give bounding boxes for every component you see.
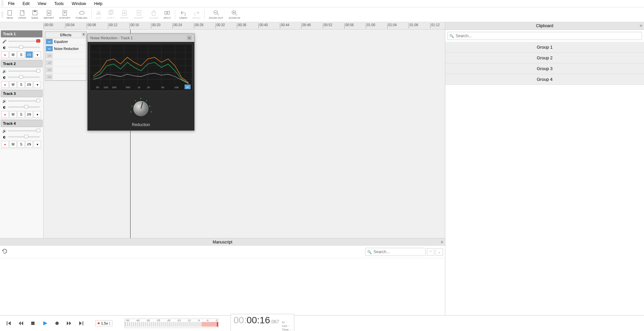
speed-value: 1.5x bbox=[101, 321, 108, 325]
search-prev-icon[interactable]: ⌃ bbox=[427, 248, 434, 256]
effect-row[interactable]: onEqualizer bbox=[45, 38, 86, 45]
effects-close-icon[interactable]: ✕ bbox=[82, 33, 86, 37]
track-header[interactable]: Track 1 bbox=[1, 30, 43, 38]
skip-end-button[interactable] bbox=[77, 319, 86, 328]
effect-toggle[interactable]: off bbox=[46, 74, 53, 79]
clipboard-group[interactable]: Group 2 bbox=[445, 53, 644, 63]
volume-slider[interactable] bbox=[8, 100, 40, 102]
track-menu-button[interactable]: ▾ bbox=[34, 141, 41, 148]
manuscript-search-input[interactable] bbox=[365, 248, 426, 256]
svg-rect-27 bbox=[30, 144, 31, 145]
effect-row[interactable]: off bbox=[45, 59, 86, 66]
toolbar-undo-button[interactable]: UNDO bbox=[177, 8, 190, 21]
clipboard-group[interactable]: Group 4 bbox=[445, 74, 644, 85]
noise-reduction-on-toggle[interactable]: on bbox=[185, 85, 191, 89]
clipboard-group[interactable]: Group 3 bbox=[445, 63, 644, 74]
eq-button[interactable] bbox=[26, 81, 33, 88]
menu-view[interactable]: View bbox=[34, 0, 50, 7]
speed-down-icon[interactable]: ▼ bbox=[109, 323, 111, 325]
track-header[interactable]: Track 3 bbox=[1, 90, 43, 97]
menu-edit[interactable]: Edit bbox=[18, 0, 34, 7]
skip-start-button[interactable] bbox=[4, 319, 13, 328]
record-arm-button[interactable]: ● bbox=[1, 141, 9, 148]
mute-button[interactable]: M bbox=[9, 81, 17, 88]
toolbar-open-button[interactable]: OPEN bbox=[16, 8, 29, 21]
manuscript-panel: Manuscript ✕ 🔍 ⌃ ⌄ bbox=[0, 238, 445, 315]
clipboard-group[interactable]: Group 1 bbox=[445, 42, 644, 53]
track-menu-button[interactable]: ▾ bbox=[34, 111, 41, 118]
solo-button[interactable]: S bbox=[17, 51, 25, 58]
mute-button[interactable]: M bbox=[9, 111, 17, 118]
pan-slider[interactable] bbox=[8, 47, 40, 48]
menu-tools[interactable]: Tools bbox=[50, 0, 68, 7]
volume-slider[interactable] bbox=[8, 130, 40, 131]
pan-slider[interactable] bbox=[8, 136, 40, 137]
effect-row[interactable]: off bbox=[45, 52, 86, 59]
pan-icon: ◐ bbox=[2, 105, 7, 109]
manuscript-close-icon[interactable]: ✕ bbox=[440, 240, 444, 244]
effect-toggle[interactable]: on bbox=[46, 39, 53, 44]
timeline-ruler[interactable]: 00:0000:0400:0800:1200:1600:2000:2400:28… bbox=[44, 22, 445, 30]
menu-help[interactable]: Help bbox=[90, 0, 107, 7]
effects-panel: Effects ✕ onEqualizeronNoise Reductionof… bbox=[45, 32, 87, 81]
track-menu-button[interactable]: ▾ bbox=[34, 51, 41, 58]
effect-toggle[interactable]: on bbox=[46, 46, 53, 51]
eq-button[interactable] bbox=[26, 51, 33, 58]
svg-rect-17 bbox=[29, 54, 30, 54]
toolbar-import-button[interactable]: IMPORT bbox=[41, 8, 57, 21]
volume-slider[interactable] bbox=[8, 41, 40, 42]
record-arm-button[interactable]: ● bbox=[1, 111, 9, 118]
eq-button[interactable] bbox=[26, 141, 33, 148]
refresh-icon[interactable] bbox=[2, 249, 7, 255]
toolbar-zoom-in-button[interactable]: ZOOM IN bbox=[226, 8, 243, 21]
record-button[interactable] bbox=[52, 319, 62, 328]
pan-slider[interactable] bbox=[8, 106, 40, 108]
timeline-mark: 00:56 bbox=[344, 23, 354, 29]
track-header[interactable]: Track 4 bbox=[1, 120, 43, 127]
effect-row[interactable]: onNoise Reduction bbox=[45, 45, 86, 52]
mute-button[interactable]: M bbox=[9, 141, 17, 148]
forward-button[interactable] bbox=[64, 319, 74, 328]
solo-button[interactable]: S bbox=[17, 141, 25, 148]
effect-toggle[interactable]: off bbox=[46, 53, 53, 58]
rewind-button[interactable] bbox=[16, 319, 26, 328]
menu-window[interactable]: Window bbox=[68, 0, 90, 7]
effect-toggle[interactable]: off bbox=[46, 67, 53, 72]
toolbar-split-button[interactable]: SPLIT bbox=[161, 8, 174, 21]
reduction-knob[interactable] bbox=[133, 100, 149, 117]
noise-reduction-title-bar[interactable]: Noise Reduction - Track 1 ✕ bbox=[88, 34, 194, 42]
pan-icon: ◐ bbox=[2, 134, 7, 139]
track-4: Track 4 🔊 ◐ ● M S ▾ bbox=[0, 120, 43, 149]
toolbar-new-button[interactable]: NEW bbox=[4, 8, 16, 21]
clipboard-search-input[interactable] bbox=[447, 32, 642, 40]
pan-slider[interactable] bbox=[8, 76, 40, 78]
track-panel: Track 1 🎤 ◐ ● M S ▾ Track 2 🔊 ◐ ● M S ▾ … bbox=[0, 30, 44, 238]
effect-toggle[interactable]: off bbox=[46, 60, 53, 65]
noise-reduction-close-icon[interactable]: ✕ bbox=[187, 36, 192, 40]
toolbar-zoom-out-button[interactable]: ZOOM OUT bbox=[206, 8, 226, 21]
effect-row[interactable]: off bbox=[45, 66, 86, 73]
toolbar-export-button[interactable]: EXPORT bbox=[57, 8, 73, 21]
effect-row[interactable]: off bbox=[45, 73, 86, 80]
toolbar-save-button[interactable]: SAVE bbox=[29, 8, 41, 21]
track-menu-button[interactable]: ▾ bbox=[34, 81, 41, 88]
record-arm-button[interactable]: ● bbox=[1, 51, 9, 58]
record-arm-button[interactable]: ● bbox=[1, 81, 9, 88]
solo-button[interactable]: S bbox=[17, 81, 25, 88]
menu-file[interactable]: File bbox=[4, 0, 18, 7]
track-header[interactable]: Track 2 bbox=[1, 60, 43, 67]
play-button[interactable] bbox=[40, 319, 50, 328]
speed-control[interactable]: 1.5x ▲▼ bbox=[95, 320, 112, 326]
toolbar-publish-button[interactable]: PUBLISH bbox=[73, 8, 90, 21]
manuscript-header: Manuscript ✕ bbox=[0, 238, 445, 246]
svg-rect-13 bbox=[167, 11, 169, 14]
solo-button[interactable]: S bbox=[17, 111, 25, 118]
search-next-icon[interactable]: ⌄ bbox=[436, 248, 443, 256]
pan-icon: ◐ bbox=[2, 45, 7, 50]
volume-slider[interactable] bbox=[8, 70, 40, 72]
eq-button[interactable] bbox=[26, 111, 33, 118]
timeline-mark: 00:24 bbox=[172, 23, 182, 29]
clipboard-close-icon[interactable]: ✕ bbox=[639, 23, 643, 28]
mute-button[interactable]: M bbox=[9, 51, 17, 58]
stop-button[interactable] bbox=[28, 319, 38, 328]
